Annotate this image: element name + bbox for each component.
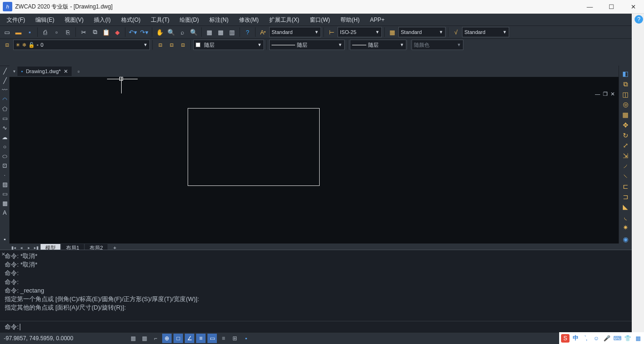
- dyn-button[interactable]: ▭: [207, 334, 217, 343]
- move-icon[interactable]: ✥: [620, 121, 631, 130]
- arc-icon[interactable]: ◠: [0, 95, 9, 104]
- menu-format[interactable]: 格式(O): [116, 15, 145, 25]
- textstyle-dropdown[interactable]: Standard▼: [269, 27, 321, 37]
- ann-button[interactable]: ▪: [241, 334, 251, 343]
- designcenter-icon[interactable]: ▦: [215, 27, 226, 37]
- modify-toolbar-grip[interactable]: ▪: [0, 235, 9, 243]
- hatch-icon[interactable]: ▨: [0, 180, 9, 189]
- window-close-button[interactable]: ✕: [622, 0, 644, 14]
- mleaderstyle-icon[interactable]: √: [451, 27, 461, 37]
- model-button[interactable]: ≡: [219, 334, 228, 343]
- undo-icon[interactable]: ↶▾: [128, 27, 138, 37]
- spline-icon[interactable]: ∿: [0, 124, 9, 132]
- viewport-close-icon[interactable]: ✕: [611, 91, 615, 97]
- ortho-button[interactable]: ⌐: [151, 334, 160, 343]
- document-tab-active[interactable]: ▪ Drawing1.dwg* ✕: [17, 67, 72, 76]
- trim-icon[interactable]: ⟋: [620, 161, 631, 170]
- toolpalette-icon[interactable]: ▥: [227, 27, 237, 37]
- window-minimize-button[interactable]: —: [579, 0, 601, 14]
- fillet-icon[interactable]: ◟: [620, 213, 631, 222]
- document-tab-close-icon[interactable]: ✕: [64, 68, 68, 75]
- preview-icon[interactable]: ▫: [51, 27, 62, 37]
- snap-grid-button[interactable]: ▦: [128, 334, 138, 343]
- layermgr-icon[interactable]: ⧈: [2, 40, 12, 50]
- chamfer-icon[interactable]: ◣: [620, 202, 631, 211]
- layer-prev-icon[interactable]: ⧈: [155, 40, 165, 50]
- mirror-icon[interactable]: ◫: [620, 90, 631, 99]
- ellipse-icon[interactable]: ⬭: [0, 152, 9, 160]
- textstyle-icon[interactable]: A▾: [258, 27, 268, 37]
- menu-extension[interactable]: 扩展工具(X): [264, 15, 304, 25]
- otrack-button[interactable]: ∠: [185, 334, 194, 343]
- circle-icon[interactable]: ○: [0, 143, 9, 151]
- open-icon[interactable]: ▬: [13, 27, 24, 37]
- dimstyle-icon[interactable]: ⊢: [326, 27, 337, 37]
- grid-button[interactable]: ▦: [140, 334, 149, 343]
- rectangle-icon[interactable]: ▭: [0, 114, 9, 123]
- zoom-prev-icon[interactable]: 🔍: [189, 27, 199, 37]
- help-icon[interactable]: ?: [242, 27, 253, 37]
- menu-file[interactable]: 文件(F): [2, 15, 30, 25]
- menu-window[interactable]: 窗口(W): [305, 15, 335, 25]
- lwt-button[interactable]: ≡: [196, 334, 206, 343]
- rotate-m-icon[interactable]: ↻: [620, 131, 631, 140]
- scale-m-icon[interactable]: ⤢: [620, 141, 631, 150]
- ime-tool-icon[interactable]: ▦: [634, 334, 642, 343]
- tablestyle-icon[interactable]: ▦: [387, 27, 397, 37]
- command-history[interactable]: 命令: *取消* 命令: *取消* 命令: 命令: 命令: _rectang 指…: [0, 250, 632, 321]
- menu-view[interactable]: 视图(V): [60, 15, 88, 25]
- ime-emoji-icon[interactable]: ☺: [592, 334, 601, 343]
- ime-punct-button[interactable]: ՝,: [582, 334, 590, 343]
- redo-icon[interactable]: ↷▾: [139, 27, 149, 37]
- cut-icon[interactable]: ✂: [78, 27, 89, 37]
- publish-icon[interactable]: ⎘: [63, 27, 73, 37]
- layer-state-icon[interactable]: ⧈: [166, 40, 177, 50]
- layer-dropdown[interactable]: ☀❄🔓▪ 0▼: [13, 40, 150, 50]
- modify-extra-icon[interactable]: ◉: [620, 235, 631, 243]
- join-icon[interactable]: ⊐: [620, 192, 631, 201]
- point-icon[interactable]: ·: [0, 171, 9, 179]
- block-icon[interactable]: ⊡: [0, 161, 9, 170]
- menu-tools[interactable]: 工具(T): [146, 15, 174, 25]
- plotstyle-dropdown[interactable]: 随颜色▼: [412, 40, 463, 50]
- save-icon[interactable]: ▪: [25, 27, 35, 37]
- menu-draw[interactable]: 绘图(D): [175, 15, 204, 25]
- ime-voice-icon[interactable]: 🎤: [603, 334, 611, 343]
- menu-modify[interactable]: 修改(M): [234, 15, 264, 25]
- lineweight-dropdown[interactable]: 随层▼: [350, 40, 406, 50]
- layer-iso-icon[interactable]: ⧈: [178, 40, 188, 50]
- cycle-button[interactable]: ⊞: [230, 334, 239, 343]
- viewport-minimize-icon[interactable]: —: [595, 91, 600, 97]
- copy-icon[interactable]: ⧉: [90, 27, 100, 37]
- copy-obj-icon[interactable]: ⧉: [620, 80, 631, 89]
- pan-icon[interactable]: ✋: [155, 27, 165, 37]
- help-bubble-icon[interactable]: ?: [635, 15, 643, 24]
- break-icon[interactable]: ⊏: [620, 182, 631, 191]
- cmd-close-icon[interactable]: ✕: [1, 252, 5, 257]
- menu-insert[interactable]: 插入(I): [89, 15, 115, 25]
- menu-edit[interactable]: 编辑(E): [31, 15, 59, 25]
- ime-logo-icon[interactable]: S: [561, 334, 570, 343]
- status-coords[interactable]: -97.9857, 749.5959, 0.0000: [4, 335, 126, 342]
- print-icon[interactable]: ⎙: [40, 27, 50, 37]
- revcloud-icon[interactable]: ☁: [0, 133, 9, 142]
- matchprop-icon[interactable]: ◆: [112, 27, 123, 37]
- xline-icon[interactable]: ╱: [0, 76, 9, 85]
- menu-dimension[interactable]: 标注(N): [205, 15, 233, 25]
- ime-skin-icon[interactable]: 👕: [623, 334, 632, 343]
- tablestyle-dropdown[interactable]: Standard▼: [398, 27, 446, 37]
- extend-icon[interactable]: ⟍: [620, 172, 631, 181]
- mleaderstyle-dropdown[interactable]: Standard▼: [462, 27, 509, 37]
- paste-icon[interactable]: 📋: [101, 27, 111, 37]
- document-tab-new-icon[interactable]: ▫: [74, 66, 84, 76]
- zoom-window-icon[interactable]: ⌕: [177, 27, 188, 37]
- window-maximize-button[interactable]: ☐: [601, 0, 622, 14]
- color-dropdown[interactable]: 随层▼: [193, 40, 264, 50]
- table-icon[interactable]: ▦: [0, 199, 9, 208]
- properties-icon[interactable]: ▦: [204, 27, 215, 37]
- region-icon[interactable]: ▭: [0, 190, 9, 198]
- doctab-menu-icon[interactable]: ▾: [13, 69, 16, 74]
- pline-icon[interactable]: 〰: [0, 86, 9, 94]
- array-icon[interactable]: ▦: [620, 110, 631, 119]
- ime-lang-button[interactable]: 中: [571, 334, 580, 343]
